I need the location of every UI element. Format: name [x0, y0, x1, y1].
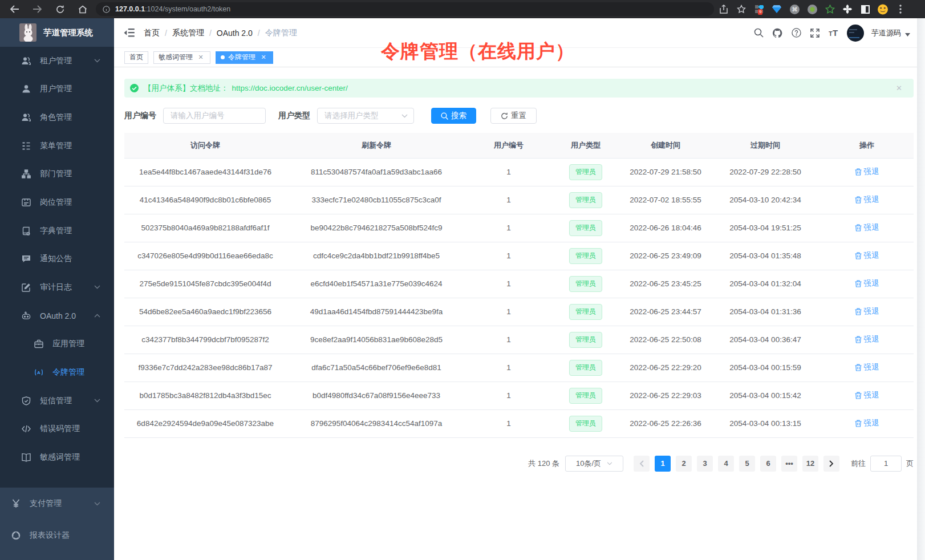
user-id-input[interactable]: 请输入用户编号	[163, 108, 266, 124]
sidebar-item-role[interactable]: 角色管理	[0, 103, 114, 132]
user-avatar[interactable]	[847, 25, 864, 42]
bookmark-star-icon[interactable]	[736, 4, 747, 14]
cell-user-id: 1	[466, 214, 551, 242]
trash-icon	[855, 224, 862, 232]
pinwheel-extension-icon[interactable]	[842, 4, 853, 14]
dot-extension-icon[interactable]	[807, 4, 817, 14]
tag-close-icon[interactable]: ✕	[196, 54, 205, 61]
tab-tag-0[interactable]: 首页	[124, 51, 148, 64]
page-button-1[interactable]: 1	[655, 456, 671, 472]
breadcrumb-home[interactable]: 首页	[144, 28, 160, 38]
command-extension-icon[interactable]: ⌘	[789, 4, 800, 14]
search-button[interactable]: 搜索	[431, 108, 476, 124]
gem-extension-icon[interactable]	[772, 4, 782, 14]
force-logout-button[interactable]: 强退	[855, 390, 879, 400]
trash-icon	[855, 168, 862, 176]
force-logout-button[interactable]: 强退	[855, 334, 879, 344]
tag-close-icon[interactable]: ✕	[259, 54, 268, 61]
fullscreen-icon[interactable]	[809, 27, 821, 39]
sidebar-item-errcode[interactable]: 错误码管理	[0, 415, 114, 443]
errcode-icon	[22, 424, 31, 433]
force-logout-button[interactable]: 强退	[855, 194, 879, 205]
report-icon	[11, 531, 21, 540]
prev-page-button[interactable]	[634, 456, 650, 472]
cell-access-token: 54d6be82ee5a460a9aedc1f9bf223656	[124, 298, 286, 326]
star-extension-icon[interactable]	[825, 4, 835, 14]
sidebar-logo[interactable]: 芋道管理系统	[0, 18, 114, 47]
share-icon[interactable]	[719, 4, 729, 14]
sidebar-item-menu[interactable]: 菜单管理	[0, 132, 114, 160]
page-button-4[interactable]: 4	[718, 456, 734, 472]
address-bar[interactable]: 127.0.0.1:1024/system/oauth2/token	[96, 2, 714, 16]
goto-page-input[interactable]: 1	[870, 456, 902, 472]
force-logout-button[interactable]: 强退	[855, 362, 879, 372]
page-size-select[interactable]: 10条/页	[565, 456, 623, 472]
alert-text: 【用户体系】文档地址：	[144, 83, 229, 94]
sidebar-item-report[interactable]: 报表设计器	[0, 520, 114, 551]
sidebar-item-notice[interactable]: 通知公告	[0, 245, 114, 273]
sidebar-toggle-icon[interactable]	[124, 28, 135, 38]
scrollbar-gutter[interactable]	[917, 18, 925, 560]
browser-back-icon[interactable]	[9, 4, 19, 14]
post-icon	[22, 198, 31, 207]
github-icon[interactable]	[772, 27, 783, 39]
sidebar-item-sms[interactable]: 短信管理	[0, 387, 114, 415]
force-logout-button[interactable]: 强退	[855, 250, 879, 261]
user-type-badge: 管理员	[569, 248, 602, 264]
extension-grid-icon[interactable]: 9	[754, 4, 764, 14]
username[interactable]: 芋道源码	[871, 28, 901, 38]
page-button-2[interactable]: 2	[676, 456, 692, 472]
sidebar-item-user[interactable]: 用户管理	[0, 75, 114, 104]
chrome-menu-icon[interactable]	[895, 4, 906, 14]
font-size-icon[interactable]: TT	[828, 27, 839, 39]
sidebar-item-token[interactable]: A令牌管理	[0, 358, 114, 387]
sidebar-item-oauth[interactable]: OAuth 2.0	[0, 302, 114, 330]
tab-tag-2[interactable]: 令牌管理✕	[216, 51, 273, 64]
user-type-badge: 管理员	[569, 416, 602, 432]
column-header: 刷新令牌	[286, 133, 466, 158]
help-icon[interactable]	[790, 27, 802, 39]
force-logout-button[interactable]: 强退	[855, 167, 879, 177]
reset-button[interactable]: 重置	[490, 108, 537, 124]
sidebar-item-app[interactable]: 应用管理	[0, 330, 114, 358]
pagination: 共 120 条 10条/页 123456•••12 前往 1 页	[124, 456, 914, 472]
cell-access-token: b0d1785bc3a8482f812db4a3f3bd15ec	[124, 382, 286, 409]
page-button-•••[interactable]: •••	[781, 456, 797, 472]
browser-refresh-icon[interactable]	[55, 4, 65, 14]
user-type-select[interactable]: 请选择用户类型	[317, 108, 414, 124]
alert-close-icon[interactable]: ✕	[896, 84, 902, 92]
next-page-button[interactable]	[823, 456, 839, 472]
force-logout-button[interactable]: 强退	[855, 418, 879, 428]
tab-tag-1[interactable]: 敏感词管理✕	[153, 51, 210, 64]
page-button-6[interactable]: 6	[760, 456, 776, 472]
breadcrumb-oauth[interactable]: OAuth 2.0	[217, 29, 253, 38]
pay-icon	[11, 499, 21, 508]
sidepanel-icon[interactable]	[860, 4, 870, 14]
cell-expire-time: 2054-03-04 00:36:47	[711, 326, 820, 354]
success-icon	[130, 84, 139, 92]
breadcrumb-system[interactable]: 系统管理	[172, 28, 204, 38]
sidebar-item-dict[interactable]: 字典管理	[0, 217, 114, 245]
sidebar-item-post[interactable]: 岗位管理	[0, 188, 114, 217]
cell-created-time: 2022-07-29 21:58:50	[620, 158, 711, 186]
profile-avatar-icon[interactable]	[878, 4, 888, 14]
force-logout-button[interactable]: 强退	[855, 222, 879, 233]
sidebar-item-audit[interactable]: 审计日志	[0, 273, 114, 302]
sidebar-item-pay[interactable]: 支付管理	[0, 488, 114, 520]
force-logout-button[interactable]: 强退	[855, 278, 879, 289]
browser-forward-icon[interactable]	[32, 4, 42, 14]
table-row: 275e5de9151045fe87cbdc395e004f4de6cfd40e…	[124, 270, 914, 298]
page-size-chevron-icon	[607, 462, 612, 465]
sidebar-item-sensitive[interactable]: 敏感词管理	[0, 443, 114, 472]
sidebar-item-dept[interactable]: 部门管理	[0, 160, 114, 189]
page-button-5[interactable]: 5	[739, 456, 755, 472]
browser-home-icon[interactable]	[78, 4, 88, 14]
alert-link[interactable]: https://doc.iocoder.cn/user-center/	[232, 84, 348, 92]
tenant-icon	[22, 56, 31, 66]
page-button-12[interactable]: 12	[802, 456, 818, 472]
force-logout-button[interactable]: 强退	[855, 306, 879, 316]
sidebar-item-tenant[interactable]: 租户管理	[0, 47, 114, 75]
role-icon	[22, 113, 31, 122]
page-button-3[interactable]: 3	[697, 456, 713, 472]
header-search-icon[interactable]	[753, 27, 764, 39]
